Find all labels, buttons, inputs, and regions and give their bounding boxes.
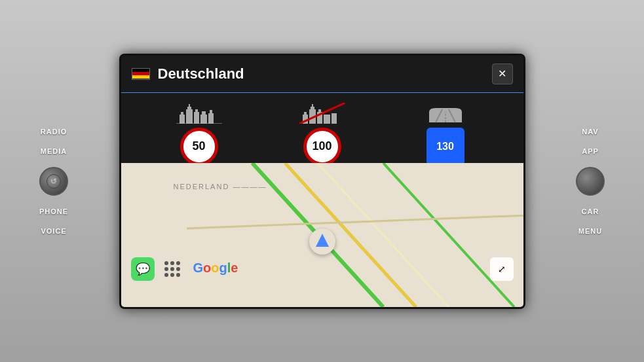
phone-button[interactable]: PHONE xyxy=(39,208,68,215)
main-screen: Deutschland ✕ xyxy=(119,54,525,309)
svg-line-27 xyxy=(318,163,449,307)
right-panel: NAV APP CAR MENU xyxy=(576,128,605,235)
svg-rect-13 xyxy=(304,112,307,115)
country-name: Deutschland xyxy=(158,65,484,82)
close-button[interactable]: ✕ xyxy=(492,63,513,84)
urban-zone-icon xyxy=(176,101,222,124)
svg-rect-6 xyxy=(195,109,198,112)
radio-button[interactable]: RADIO xyxy=(41,128,67,136)
highway-speed-card: 130 xyxy=(423,101,468,166)
svg-rect-3 xyxy=(187,107,191,109)
highway-speed-sign: 130 xyxy=(426,128,464,166)
popup-header: Deutschland ✕ xyxy=(121,56,523,93)
voice-button[interactable]: VOICE xyxy=(41,227,66,235)
left-knob[interactable]: ↺ xyxy=(39,167,68,196)
svg-rect-19 xyxy=(324,115,330,124)
svg-rect-20 xyxy=(331,113,337,124)
map-content: NEDERLAND ———— 💬 xyxy=(121,163,523,307)
svg-rect-10 xyxy=(210,110,212,113)
suburban-skyline-svg xyxy=(299,103,345,124)
svg-rect-18 xyxy=(318,109,321,112)
refresh-icon: ↺ xyxy=(50,177,57,186)
highway-zone-icon xyxy=(423,101,468,124)
svg-rect-5 xyxy=(194,112,199,124)
car-button[interactable]: CAR xyxy=(582,208,599,215)
svg-rect-0 xyxy=(180,115,185,124)
expand-button[interactable]: ⤢ xyxy=(490,257,514,281)
german-flag xyxy=(132,68,150,80)
speed-cards-container: 50 xyxy=(121,93,523,173)
svg-rect-9 xyxy=(208,113,214,124)
maps-app-icon[interactable]: 💬 xyxy=(131,257,155,281)
message-icon: 💬 xyxy=(136,262,150,276)
urban-speed-sign: 50 xyxy=(180,128,218,166)
grid-dots-icon xyxy=(164,261,180,277)
highway-svg xyxy=(423,103,468,124)
grid-menu-button[interactable] xyxy=(161,257,184,281)
svg-rect-8 xyxy=(202,111,206,115)
svg-rect-15 xyxy=(311,107,314,109)
svg-rect-4 xyxy=(189,104,190,107)
google-logo: Google xyxy=(193,261,238,276)
app-button[interactable]: APP xyxy=(582,147,599,155)
expand-icon: ⤢ xyxy=(498,264,506,274)
city-skyline-svg xyxy=(176,103,222,124)
map-area: NEDERLAND ———— 💬 xyxy=(121,163,523,307)
suburban-zone-icon xyxy=(299,101,345,124)
left-panel: RADIO MEDIA ↺ PHONE VOICE xyxy=(39,128,68,235)
flag-gold-stripe xyxy=(132,75,149,79)
right-knob[interactable] xyxy=(576,167,605,196)
media-button[interactable]: MEDIA xyxy=(41,147,67,155)
svg-line-26 xyxy=(285,163,416,307)
location-arrow xyxy=(309,228,335,255)
nav-button[interactable]: NAV xyxy=(582,128,598,136)
suburban-speed-sign: 100 xyxy=(303,128,341,166)
suburban-speed-card: 100 xyxy=(299,101,345,166)
svg-line-28 xyxy=(383,163,514,307)
urban-speed-card: 50 xyxy=(176,101,222,166)
svg-line-29 xyxy=(187,215,523,228)
svg-rect-1 xyxy=(181,112,183,115)
navigation-arrow xyxy=(316,234,329,247)
nederland-label: NEDERLAND ———— xyxy=(174,183,267,190)
menu-button[interactable]: MENU xyxy=(578,227,602,235)
svg-rect-7 xyxy=(200,115,207,124)
left-knob-inner: ↺ xyxy=(47,174,61,189)
svg-rect-16 xyxy=(312,104,313,107)
svg-rect-2 xyxy=(186,109,193,124)
dashboard: RADIO MEDIA ↺ PHONE VOICE Deutschland ✕ xyxy=(0,0,644,362)
